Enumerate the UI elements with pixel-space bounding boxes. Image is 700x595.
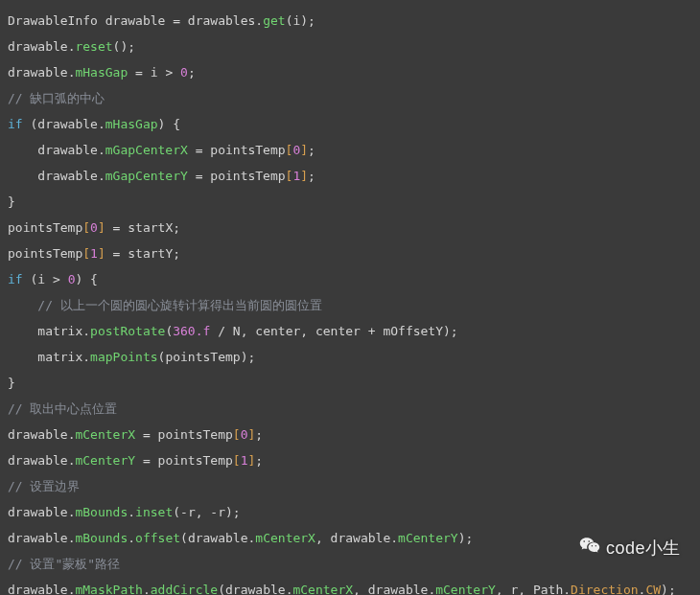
code-token: drawable bbox=[225, 583, 286, 595]
code-token: , bbox=[315, 531, 331, 545]
code-token: ; bbox=[668, 583, 676, 595]
code-line: // 缺口弧的中心 bbox=[8, 85, 692, 111]
code-token: ; bbox=[233, 505, 241, 519]
code-token: matrix bbox=[8, 350, 82, 364]
code-line: drawable.mHasGap = i > 0; bbox=[8, 59, 692, 85]
code-line: } bbox=[8, 189, 692, 215]
code-token: ; bbox=[128, 39, 135, 54]
code-token: 0 bbox=[90, 220, 98, 235]
code-token: Direction bbox=[571, 583, 638, 595]
code-token: . bbox=[82, 350, 90, 364]
code-token: . bbox=[98, 143, 105, 157]
watermark: code小生 bbox=[579, 536, 681, 561]
code-token: ; bbox=[451, 324, 458, 338]
code-token: , bbox=[353, 583, 368, 595]
code-token: get bbox=[263, 13, 285, 28]
code-token: { bbox=[165, 117, 180, 131]
code-line: pointsTemp[1] = startY; bbox=[8, 240, 692, 266]
code-token: = bbox=[173, 13, 188, 28]
code-token: drawable bbox=[188, 531, 248, 545]
code-line: drawable.mGapCenterX = pointsTemp[0]; bbox=[8, 137, 692, 163]
code-line: if (i > 0) { bbox=[8, 266, 692, 292]
code-line: drawable.mCenterX = pointsTemp[0]; bbox=[8, 422, 692, 447]
code-line: drawable.mCenterY = pointsTemp[1]; bbox=[8, 447, 692, 473]
code-token: . bbox=[128, 531, 135, 545]
code-token: ; bbox=[255, 427, 263, 442]
code-token: . bbox=[98, 117, 105, 131]
code-token: if bbox=[8, 117, 23, 131]
code-token: ] bbox=[300, 169, 308, 183]
code-token: ( bbox=[218, 583, 225, 595]
code-line: drawable.reset(); bbox=[8, 34, 692, 59]
code-token: [ bbox=[82, 246, 90, 261]
code-token: mCenterY bbox=[435, 583, 496, 595]
code-token: . bbox=[98, 169, 105, 183]
watermark-text: code小生 bbox=[606, 536, 681, 561]
code-token: CW bbox=[645, 583, 661, 595]
code-token: postRotate bbox=[90, 324, 165, 338]
code-token: 0 bbox=[241, 427, 248, 442]
code-token: pointsTemp bbox=[8, 246, 82, 261]
code-token: reset bbox=[75, 39, 112, 54]
code-token: drawable bbox=[331, 531, 391, 545]
code-token: ] bbox=[300, 143, 308, 157]
code-line: // 以上一个圆的圆心旋转计算得出当前圆的圆位置 bbox=[8, 292, 692, 318]
code-token: . bbox=[255, 13, 263, 28]
code-token: ; bbox=[308, 13, 315, 28]
code-token: mCenterX bbox=[292, 583, 353, 595]
code-token: / bbox=[210, 324, 232, 338]
code-line: if (drawable.mHasGap) { bbox=[8, 111, 692, 137]
code-token: = bbox=[128, 65, 150, 80]
code-token: ] bbox=[98, 220, 105, 235]
code-token: = bbox=[188, 143, 210, 157]
code-token: } bbox=[8, 195, 15, 209]
code-token: startX bbox=[128, 220, 173, 235]
wechat-icon bbox=[579, 536, 600, 561]
code-token: mCenterX bbox=[75, 427, 135, 442]
code-token: pointsTemp bbox=[210, 143, 285, 157]
code-token: drawable bbox=[8, 39, 68, 54]
code-line: DrawableInfo drawable = drawables.get(i)… bbox=[8, 8, 692, 34]
code-token: drawables bbox=[188, 13, 255, 28]
code-token: 1 bbox=[241, 453, 248, 468]
code-token: > bbox=[165, 65, 180, 80]
code-token: , bbox=[241, 324, 256, 338]
code-token: inset bbox=[135, 505, 173, 519]
code-token: addCircle bbox=[151, 583, 218, 595]
code-token: = bbox=[188, 169, 210, 183]
code-line: } bbox=[8, 370, 692, 396]
code-token: mMaskPath bbox=[75, 583, 142, 595]
code-token: ; bbox=[255, 453, 263, 468]
code-token: drawable bbox=[8, 531, 68, 545]
code-token: = bbox=[135, 453, 157, 468]
code-token: // 取出中心点位置 bbox=[8, 401, 117, 416]
code-token: pointsTemp bbox=[158, 427, 233, 442]
code-token: r bbox=[218, 505, 225, 519]
code-line: // 设置边界 bbox=[8, 473, 692, 499]
code-token: ) bbox=[300, 13, 308, 28]
code-token: ) bbox=[661, 583, 668, 595]
code-line: matrix.mapPoints(pointsTemp); bbox=[8, 344, 692, 370]
code-token: . bbox=[128, 505, 135, 519]
code-token: DrawableInfo bbox=[8, 13, 105, 28]
code-token: - bbox=[210, 505, 218, 519]
code-token: . bbox=[563, 583, 571, 595]
code-token: r bbox=[188, 505, 196, 519]
code-token: center bbox=[315, 324, 368, 338]
code-token: () bbox=[113, 39, 128, 54]
code-token: ; bbox=[308, 169, 315, 183]
code-token: = bbox=[105, 220, 128, 235]
code-token: ( bbox=[23, 272, 38, 286]
code-token: // 设置边界 bbox=[8, 479, 80, 493]
code-token: ; bbox=[173, 220, 180, 235]
code-token: ) bbox=[241, 350, 248, 364]
code-token: mCenterX bbox=[255, 531, 315, 545]
code-token: mCenterY bbox=[398, 531, 458, 545]
code-token: mBounds bbox=[75, 531, 128, 545]
code-token: - bbox=[180, 505, 188, 519]
code-token: mCenterY bbox=[75, 453, 135, 468]
code-token: drawable bbox=[8, 427, 68, 442]
code-token: ) bbox=[225, 505, 233, 519]
code-token: ; bbox=[308, 143, 315, 157]
code-token: ; bbox=[466, 531, 474, 545]
